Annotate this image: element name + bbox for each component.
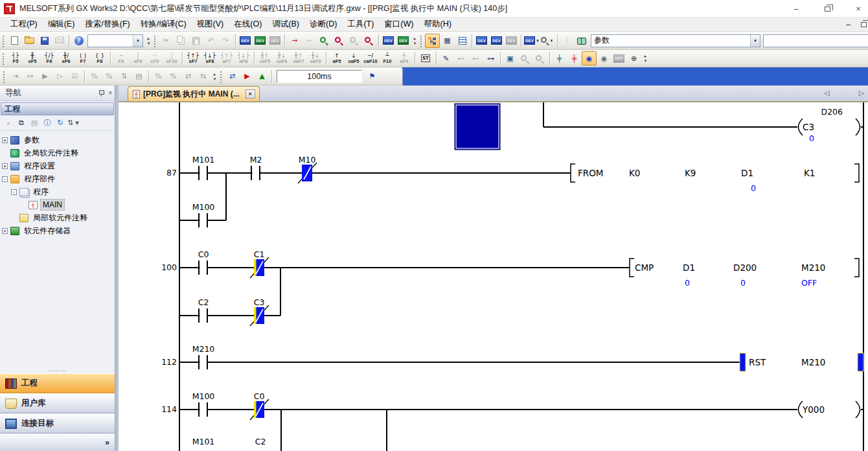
- device-display-button[interactable]: DEV▼: [523, 34, 540, 48]
- device-search-button[interactable]: ▼: [540, 34, 555, 48]
- tree-item-全局软元件注释[interactable]: +全局软元件注释: [0, 146, 115, 159]
- menu-2[interactable]: 编辑(E): [43, 17, 80, 31]
- monitor-start-button[interactable]: ▶: [240, 69, 255, 84]
- device-memory-button[interactable]: DEV: [489, 34, 504, 48]
- menu-11[interactable]: 帮助(H): [418, 17, 456, 31]
- menu-6[interactable]: 在线(O): [229, 17, 267, 31]
- tree-item-程序[interactable]: -程序: [0, 185, 115, 198]
- tree-item-局部软元件注释[interactable]: +局部软元件注释: [0, 211, 115, 224]
- application-instruction-button[interactable]: { }F8: [91, 51, 108, 66]
- toolbar-overflow-button[interactable]: ▸▾: [144, 34, 153, 48]
- ladder-edit-mode-button[interactable]: ⊶: [483, 51, 498, 65]
- mdi-restore-button[interactable]: [861, 20, 867, 29]
- toolbar-grip[interactable]: [220, 70, 223, 83]
- menu-3[interactable]: 搜索/替换(F): [80, 17, 135, 31]
- open-project-button[interactable]: [22, 34, 37, 48]
- menu-4[interactable]: 转换/编译(C): [135, 17, 192, 31]
- save-project-button[interactable]: [37, 34, 52, 48]
- monitor-write-mode-button[interactable]: ◉: [597, 51, 611, 65]
- quick-access-combo-dropdown-icon[interactable]: ▼: [133, 35, 143, 47]
- invert-result-button[interactable]: ─/caF10: [362, 51, 379, 66]
- watch-register-button[interactable]: DEV: [396, 34, 411, 48]
- navigation-window-button[interactable]: [425, 34, 440, 48]
- tab-scroll-left-icon[interactable]: ◁: [824, 89, 829, 97]
- watch-window-combo-2[interactable]: ▼: [763, 34, 868, 47]
- documentation-button[interactable]: ▣: [503, 51, 518, 65]
- tree-expand-icon[interactable]: -: [2, 176, 8, 182]
- tree-item-程序设置[interactable]: +程序设置: [0, 159, 115, 172]
- element-selection-button[interactable]: ▦: [440, 34, 455, 48]
- tab-scroll-right-icon[interactable]: ▷: [859, 89, 864, 97]
- pin-icon[interactable]: [98, 89, 104, 97]
- open-branch-button[interactable]: ╫sF5: [24, 51, 41, 66]
- toolbar-grip[interactable]: [154, 34, 157, 47]
- find-binoculars-button[interactable]: [575, 34, 589, 48]
- monitor-flag-button[interactable]: ⚑: [365, 69, 380, 84]
- menu-8[interactable]: 诊断(D): [304, 17, 342, 31]
- contact-M210[interactable]: [199, 355, 207, 369]
- new-project-button[interactable]: [7, 34, 22, 48]
- view-button-工程[interactable]: 工程: [0, 373, 115, 393]
- tree-expand-icon[interactable]: +: [2, 163, 8, 169]
- open-contact-button[interactable]: ┤├F5: [7, 51, 24, 66]
- edit-cursor-cell[interactable]: [455, 104, 500, 150]
- close-button[interactable]: ×: [852, 4, 864, 14]
- find-instruction-button[interactable]: [332, 34, 347, 48]
- menu-10[interactable]: 窗口(W): [379, 17, 418, 31]
- contact-M100[interactable]: [199, 402, 207, 417]
- zoom-button[interactable]: ⊕: [626, 51, 641, 65]
- contact-C0[interactable]: [199, 260, 207, 275]
- nav-overflow-button[interactable]: »: [105, 438, 109, 447]
- minimize-button[interactable]: –: [790, 4, 802, 14]
- tree-expand-icon[interactable]: +: [2, 137, 8, 143]
- nav-close-icon[interactable]: ×: [108, 89, 112, 97]
- write-to-plc-button[interactable]: DEV: [238, 34, 253, 48]
- toolbar-overflow-button[interactable]: ▸▾: [411, 34, 419, 48]
- monitor-condition-button[interactable]: ⇄: [225, 69, 240, 84]
- falling-pulse-button[interactable]: ┤↓├sF8: [201, 51, 218, 66]
- tree-expand-icon[interactable]: -: [11, 189, 17, 195]
- nav-copy-button[interactable]: ⧉: [15, 117, 28, 130]
- program-check-button[interactable]: ╪: [567, 51, 582, 65]
- tree-expand-icon[interactable]: +: [2, 228, 8, 234]
- menu-5[interactable]: 视图(V): [192, 17, 229, 31]
- quick-access-combo[interactable]: ▼: [87, 34, 143, 47]
- menu-9[interactable]: 工具(T): [342, 17, 379, 31]
- output-window-button[interactable]: [455, 34, 470, 48]
- contact-M101[interactable]: [199, 166, 207, 180]
- monitor-stop-button[interactable]: ▲: [255, 69, 269, 84]
- device-comment-button[interactable]: DEV: [474, 34, 489, 48]
- closed-branch-button[interactable]: ╫/sF6: [58, 51, 74, 66]
- jump-next-button[interactable]: →: [287, 34, 302, 48]
- coil-button[interactable]: ( )F7: [74, 51, 91, 66]
- mdi-minimize-button[interactable]: –: [846, 20, 851, 29]
- tab-close-icon[interactable]: ×: [246, 89, 255, 98]
- tab-prg-monitor-main[interactable]: ╫ [PRG]监视 执行中 MAIN (... ×: [128, 86, 260, 101]
- menu-7[interactable]: 调试(B): [267, 17, 304, 31]
- contact-M100[interactable]: [199, 213, 207, 227]
- monitor-mode-button[interactable]: ◉: [582, 51, 597, 65]
- read-from-plc-button[interactable]: DEV: [253, 34, 268, 48]
- menu-1[interactable]: 工程(P): [5, 17, 43, 31]
- edit-ladder-button[interactable]: ✎: [439, 51, 453, 65]
- help-button[interactable]: ?: [71, 34, 86, 48]
- watch-window-combo-dropdown-icon[interactable]: ▼: [750, 35, 760, 47]
- nav-refresh-button[interactable]: ↻: [54, 117, 67, 130]
- ladder-editor-canvas[interactable]: 87100112114M101M2M10M100C0C1C2C3M210M100…: [119, 101, 868, 451]
- view-button-连接目标[interactable]: 连接目标: [0, 413, 115, 434]
- toolbar-grip[interactable]: [2, 52, 5, 65]
- restore-button[interactable]: [821, 4, 833, 14]
- watch-window-combo[interactable]: 参数▼: [591, 34, 760, 47]
- contact-M2[interactable]: [251, 166, 260, 180]
- device-batch-monitor-button[interactable]: DEV: [381, 34, 396, 48]
- nav-new-item-button[interactable]: ▫: [2, 117, 15, 130]
- toolbar-grip[interactable]: [2, 34, 5, 47]
- toolbar-grip[interactable]: [420, 34, 423, 47]
- nav-splitter-handle[interactable]: ⋯⋯⋯: [0, 368, 115, 373]
- toolbar-grip[interactable]: [3, 70, 6, 83]
- closed-contact-button[interactable]: ┤/├F6: [41, 51, 58, 66]
- find-device-button[interactable]: [317, 34, 332, 48]
- input-line-button[interactable]: ┴F10: [379, 51, 396, 66]
- nav-sort-button[interactable]: ⇅ ▾: [67, 117, 80, 130]
- tree-item-MAIN[interactable]: +╫MAIN: [0, 198, 115, 211]
